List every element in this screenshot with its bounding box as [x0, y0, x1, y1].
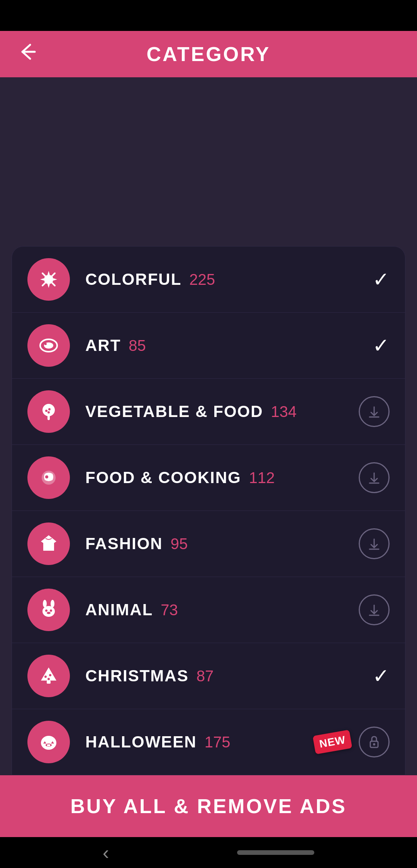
svg-rect-20	[47, 681, 51, 684]
svg-point-17	[47, 612, 51, 614]
list-item[interactable]: FASHION 95	[12, 511, 405, 577]
header: CATEGORY	[0, 31, 417, 77]
colorful-action: ✓	[373, 268, 390, 291]
vegetable-name: VEGETABLE & FOOD	[85, 402, 263, 421]
svg-point-22	[49, 674, 51, 676]
christmas-icon	[27, 655, 70, 697]
category-list: COLORFUL 225 ✓ ART 85 ✓	[12, 246, 405, 775]
colorful-count: 225	[189, 271, 215, 288]
fashion-action[interactable]	[359, 528, 390, 559]
home-indicator[interactable]	[237, 850, 314, 855]
halloween-count: 175	[205, 734, 231, 751]
list-item[interactable]: FOOD & COOKING 112	[12, 445, 405, 511]
svg-point-32	[373, 743, 375, 745]
list-item[interactable]: ANIMAL 73	[12, 577, 405, 643]
animal-action[interactable]	[359, 594, 390, 625]
svg-point-4	[44, 343, 47, 345]
svg-point-16	[50, 609, 52, 612]
check-icon: ✓	[373, 334, 390, 357]
svg-point-13	[43, 600, 47, 608]
lock-icon	[359, 727, 390, 757]
list-item[interactable]: CHRISTMAS 87 ✓	[12, 643, 405, 709]
buy-all-button[interactable]: BUY ALL & REMOVE ADS	[0, 775, 417, 837]
page-title: CATEGORY	[147, 43, 271, 66]
main-content: COLORFUL 225 ✓ ART 85 ✓	[0, 77, 417, 775]
svg-point-23	[47, 678, 50, 680]
christmas-info: CHRISTMAS 87	[85, 667, 373, 685]
christmas-count: 87	[197, 667, 214, 685]
vegetable-icon	[27, 390, 70, 433]
svg-rect-30	[49, 744, 50, 746]
art-info: ART 85	[85, 336, 373, 355]
art-count: 85	[129, 337, 146, 354]
check-icon: ✓	[373, 664, 390, 688]
halloween-name: HALLOWEEN	[85, 733, 197, 751]
art-name: ART	[85, 336, 121, 355]
colorful-name: COLORFUL	[85, 270, 181, 289]
download-icon	[359, 462, 390, 493]
animal-info: ANIMAL 73	[85, 601, 359, 619]
download-icon	[359, 594, 390, 625]
fashion-count: 95	[171, 535, 188, 553]
svg-point-8	[48, 408, 51, 410]
list-item[interactable]: ART 85 ✓	[12, 313, 405, 379]
animal-name: ANIMAL	[85, 601, 153, 619]
art-action: ✓	[373, 334, 390, 357]
christmas-name: CHRISTMAS	[85, 667, 189, 685]
food-info: FOOD & COOKING 112	[85, 468, 359, 487]
back-button[interactable]	[15, 40, 39, 68]
vegetable-info: VEGETABLE & FOOD 134	[85, 402, 359, 421]
fashion-name: FASHION	[85, 534, 163, 553]
svg-point-21	[44, 676, 47, 678]
download-icon	[359, 528, 390, 559]
animal-icon	[27, 589, 70, 631]
food-action[interactable]	[359, 462, 390, 493]
svg-point-12	[42, 606, 55, 617]
art-icon	[27, 324, 70, 367]
check-icon: ✓	[373, 268, 390, 291]
halloween-icon	[27, 721, 70, 763]
svg-point-9	[47, 411, 50, 414]
status-bar	[0, 0, 417, 31]
svg-point-7	[45, 410, 47, 412]
food-name: FOOD & COOKING	[85, 468, 241, 487]
vegetable-count: 134	[271, 403, 297, 420]
list-item[interactable]: COLORFUL 225 ✓	[12, 247, 405, 313]
svg-point-14	[51, 600, 54, 608]
halloween-info: HALLOWEEN 175	[85, 733, 314, 751]
fashion-icon	[27, 523, 70, 565]
buy-all-label: BUY ALL & REMOVE ADS	[70, 795, 347, 818]
animal-count: 73	[161, 601, 178, 619]
list-item[interactable]: HALLOWEEN 175 NEW	[12, 709, 405, 775]
svg-rect-25	[47, 736, 50, 740]
svg-rect-29	[47, 744, 49, 746]
christmas-action: ✓	[373, 664, 390, 688]
svg-point-15	[45, 609, 47, 612]
svg-rect-6	[47, 415, 50, 420]
top-space	[0, 77, 417, 246]
new-badge: NEW	[312, 730, 352, 754]
vegetable-action[interactable]	[359, 396, 390, 427]
svg-point-11	[45, 475, 48, 478]
download-icon	[359, 396, 390, 427]
fashion-info: FASHION 95	[85, 534, 359, 553]
food-icon	[27, 456, 70, 499]
nav-back-button[interactable]: ‹	[103, 841, 109, 864]
food-count: 112	[249, 469, 275, 487]
nav-bar: ‹	[0, 837, 417, 868]
list-item[interactable]: VEGETABLE & FOOD 134	[12, 379, 405, 445]
halloween-action: NEW	[314, 727, 390, 757]
colorful-icon	[27, 258, 70, 301]
colorful-info: COLORFUL 225	[85, 270, 373, 289]
